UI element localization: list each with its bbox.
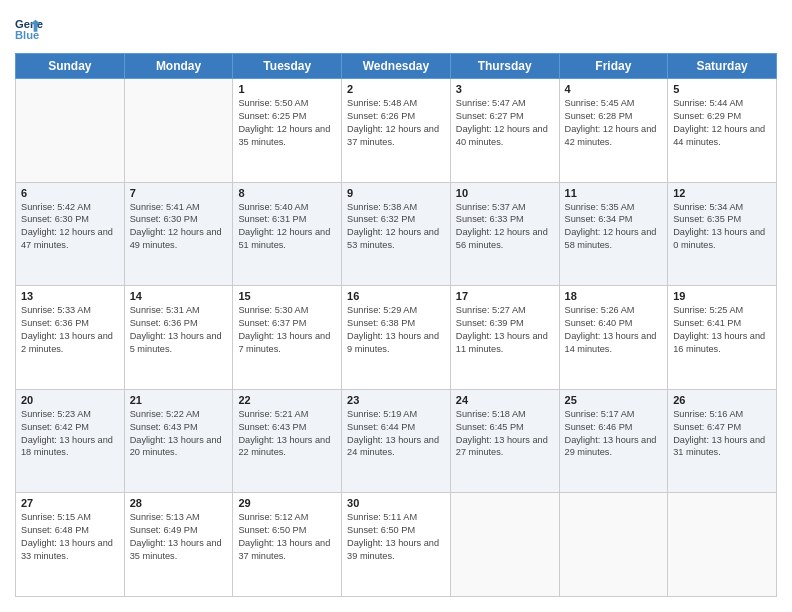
calendar-cell: 24Sunrise: 5:18 AM Sunset: 6:45 PM Dayli… <box>450 389 559 493</box>
day-header-saturday: Saturday <box>668 54 777 79</box>
day-info: Sunrise: 5:41 AM Sunset: 6:30 PM Dayligh… <box>130 201 228 253</box>
calendar-cell: 6Sunrise: 5:42 AM Sunset: 6:30 PM Daylig… <box>16 182 125 286</box>
day-number: 2 <box>347 83 445 95</box>
day-header-monday: Monday <box>124 54 233 79</box>
day-info: Sunrise: 5:22 AM Sunset: 6:43 PM Dayligh… <box>130 408 228 460</box>
day-number: 17 <box>456 290 554 302</box>
day-info: Sunrise: 5:31 AM Sunset: 6:36 PM Dayligh… <box>130 304 228 356</box>
day-number: 14 <box>130 290 228 302</box>
day-number: 19 <box>673 290 771 302</box>
day-info: Sunrise: 5:27 AM Sunset: 6:39 PM Dayligh… <box>456 304 554 356</box>
day-header-sunday: Sunday <box>16 54 125 79</box>
day-number: 10 <box>456 187 554 199</box>
day-info: Sunrise: 5:50 AM Sunset: 6:25 PM Dayligh… <box>238 97 336 149</box>
day-header-friday: Friday <box>559 54 668 79</box>
calendar-cell: 10Sunrise: 5:37 AM Sunset: 6:33 PM Dayli… <box>450 182 559 286</box>
calendar-table: SundayMondayTuesdayWednesdayThursdayFrid… <box>15 53 777 597</box>
calendar-cell: 25Sunrise: 5:17 AM Sunset: 6:46 PM Dayli… <box>559 389 668 493</box>
calendar-cell: 19Sunrise: 5:25 AM Sunset: 6:41 PM Dayli… <box>668 286 777 390</box>
calendar-cell: 27Sunrise: 5:15 AM Sunset: 6:48 PM Dayli… <box>16 493 125 597</box>
week-row-5: 27Sunrise: 5:15 AM Sunset: 6:48 PM Dayli… <box>16 493 777 597</box>
day-info: Sunrise: 5:12 AM Sunset: 6:50 PM Dayligh… <box>238 511 336 563</box>
day-number: 4 <box>565 83 663 95</box>
day-info: Sunrise: 5:42 AM Sunset: 6:30 PM Dayligh… <box>21 201 119 253</box>
calendar-cell: 26Sunrise: 5:16 AM Sunset: 6:47 PM Dayli… <box>668 389 777 493</box>
day-number: 30 <box>347 497 445 509</box>
day-info: Sunrise: 5:17 AM Sunset: 6:46 PM Dayligh… <box>565 408 663 460</box>
calendar-cell: 29Sunrise: 5:12 AM Sunset: 6:50 PM Dayli… <box>233 493 342 597</box>
day-info: Sunrise: 5:13 AM Sunset: 6:49 PM Dayligh… <box>130 511 228 563</box>
calendar-cell: 18Sunrise: 5:26 AM Sunset: 6:40 PM Dayli… <box>559 286 668 390</box>
day-number: 22 <box>238 394 336 406</box>
day-info: Sunrise: 5:45 AM Sunset: 6:28 PM Dayligh… <box>565 97 663 149</box>
day-number: 25 <box>565 394 663 406</box>
day-info: Sunrise: 5:23 AM Sunset: 6:42 PM Dayligh… <box>21 408 119 460</box>
calendar-cell: 28Sunrise: 5:13 AM Sunset: 6:49 PM Dayli… <box>124 493 233 597</box>
calendar-cell: 4Sunrise: 5:45 AM Sunset: 6:28 PM Daylig… <box>559 79 668 183</box>
day-header-wednesday: Wednesday <box>342 54 451 79</box>
calendar-cell <box>16 79 125 183</box>
day-number: 18 <box>565 290 663 302</box>
header: General Blue <box>15 15 777 43</box>
day-number: 7 <box>130 187 228 199</box>
week-row-2: 6Sunrise: 5:42 AM Sunset: 6:30 PM Daylig… <box>16 182 777 286</box>
calendar-cell: 23Sunrise: 5:19 AM Sunset: 6:44 PM Dayli… <box>342 389 451 493</box>
day-number: 6 <box>21 187 119 199</box>
calendar-cell: 30Sunrise: 5:11 AM Sunset: 6:50 PM Dayli… <box>342 493 451 597</box>
day-number: 8 <box>238 187 336 199</box>
day-header-thursday: Thursday <box>450 54 559 79</box>
calendar-cell: 8Sunrise: 5:40 AM Sunset: 6:31 PM Daylig… <box>233 182 342 286</box>
calendar-cell: 17Sunrise: 5:27 AM Sunset: 6:39 PM Dayli… <box>450 286 559 390</box>
day-info: Sunrise: 5:29 AM Sunset: 6:38 PM Dayligh… <box>347 304 445 356</box>
week-row-3: 13Sunrise: 5:33 AM Sunset: 6:36 PM Dayli… <box>16 286 777 390</box>
day-number: 23 <box>347 394 445 406</box>
day-info: Sunrise: 5:48 AM Sunset: 6:26 PM Dayligh… <box>347 97 445 149</box>
day-info: Sunrise: 5:19 AM Sunset: 6:44 PM Dayligh… <box>347 408 445 460</box>
day-number: 9 <box>347 187 445 199</box>
day-info: Sunrise: 5:30 AM Sunset: 6:37 PM Dayligh… <box>238 304 336 356</box>
day-number: 26 <box>673 394 771 406</box>
day-info: Sunrise: 5:26 AM Sunset: 6:40 PM Dayligh… <box>565 304 663 356</box>
calendar-cell: 14Sunrise: 5:31 AM Sunset: 6:36 PM Dayli… <box>124 286 233 390</box>
day-number: 21 <box>130 394 228 406</box>
calendar-cell: 22Sunrise: 5:21 AM Sunset: 6:43 PM Dayli… <box>233 389 342 493</box>
logo-icon: General Blue <box>15 15 43 43</box>
day-number: 12 <box>673 187 771 199</box>
calendar-cell <box>559 493 668 597</box>
day-info: Sunrise: 5:21 AM Sunset: 6:43 PM Dayligh… <box>238 408 336 460</box>
day-info: Sunrise: 5:33 AM Sunset: 6:36 PM Dayligh… <box>21 304 119 356</box>
day-info: Sunrise: 5:25 AM Sunset: 6:41 PM Dayligh… <box>673 304 771 356</box>
calendar-cell: 1Sunrise: 5:50 AM Sunset: 6:25 PM Daylig… <box>233 79 342 183</box>
day-number: 16 <box>347 290 445 302</box>
logo: General Blue <box>15 15 43 43</box>
day-info: Sunrise: 5:37 AM Sunset: 6:33 PM Dayligh… <box>456 201 554 253</box>
day-number: 1 <box>238 83 336 95</box>
day-info: Sunrise: 5:18 AM Sunset: 6:45 PM Dayligh… <box>456 408 554 460</box>
day-header-tuesday: Tuesday <box>233 54 342 79</box>
day-number: 28 <box>130 497 228 509</box>
week-row-4: 20Sunrise: 5:23 AM Sunset: 6:42 PM Dayli… <box>16 389 777 493</box>
page: General Blue SundayMondayTuesdayWednesda… <box>0 0 792 612</box>
day-number: 20 <box>21 394 119 406</box>
day-info: Sunrise: 5:34 AM Sunset: 6:35 PM Dayligh… <box>673 201 771 253</box>
calendar-cell: 5Sunrise: 5:44 AM Sunset: 6:29 PM Daylig… <box>668 79 777 183</box>
calendar-cell: 9Sunrise: 5:38 AM Sunset: 6:32 PM Daylig… <box>342 182 451 286</box>
calendar-cell: 3Sunrise: 5:47 AM Sunset: 6:27 PM Daylig… <box>450 79 559 183</box>
day-number: 3 <box>456 83 554 95</box>
day-info: Sunrise: 5:47 AM Sunset: 6:27 PM Dayligh… <box>456 97 554 149</box>
calendar-cell: 16Sunrise: 5:29 AM Sunset: 6:38 PM Dayli… <box>342 286 451 390</box>
calendar-cell: 2Sunrise: 5:48 AM Sunset: 6:26 PM Daylig… <box>342 79 451 183</box>
calendar-cell <box>124 79 233 183</box>
day-number: 24 <box>456 394 554 406</box>
day-number: 13 <box>21 290 119 302</box>
calendar-cell: 20Sunrise: 5:23 AM Sunset: 6:42 PM Dayli… <box>16 389 125 493</box>
day-number: 11 <box>565 187 663 199</box>
calendar-cell: 15Sunrise: 5:30 AM Sunset: 6:37 PM Dayli… <box>233 286 342 390</box>
calendar-cell <box>450 493 559 597</box>
calendar-cell: 21Sunrise: 5:22 AM Sunset: 6:43 PM Dayli… <box>124 389 233 493</box>
day-number: 27 <box>21 497 119 509</box>
calendar-cell: 12Sunrise: 5:34 AM Sunset: 6:35 PM Dayli… <box>668 182 777 286</box>
calendar-cell <box>668 493 777 597</box>
day-info: Sunrise: 5:38 AM Sunset: 6:32 PM Dayligh… <box>347 201 445 253</box>
week-row-1: 1Sunrise: 5:50 AM Sunset: 6:25 PM Daylig… <box>16 79 777 183</box>
